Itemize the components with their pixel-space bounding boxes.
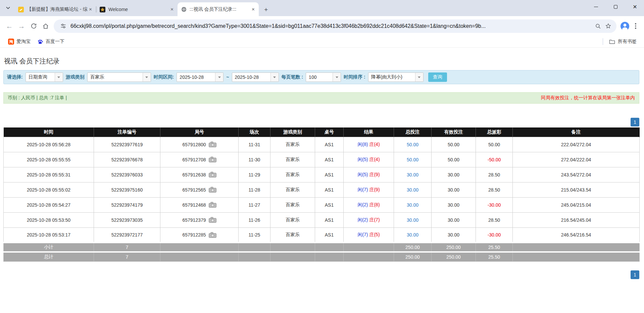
- range-separator: ~: [226, 74, 229, 80]
- browser-tab-bet-records[interactable]: :::视讯 会员下注纪录::: ✕: [178, 2, 259, 16]
- browser-tab-welcome[interactable]: Welcome ✕: [96, 3, 178, 16]
- table-header-row: 时间注单编号局号场次游戏类别桌号结果总投注有效投注总派彩备注: [4, 127, 640, 137]
- bet-records-table: 时间注单编号局号场次游戏类别桌号结果总投注有效投注总派彩备注 2025-10-2…: [3, 127, 640, 262]
- back-icon[interactable]: ←: [3, 20, 15, 32]
- cell-round: 657912565: [160, 182, 239, 197]
- page-title: 视讯 会员下注纪录: [0, 48, 644, 66]
- total-bet-link[interactable]: 50.00: [407, 142, 418, 147]
- page-number-button[interactable]: 1: [631, 118, 639, 126]
- round-number: 657912708: [182, 157, 206, 162]
- date-to-select[interactable]: 2025-10-28: [232, 72, 279, 82]
- camera-icon[interactable]: [209, 202, 216, 208]
- browser-tab-forum[interactable]: 【新提醒】海燕策略论坛 - 综合 ✕: [15, 3, 96, 16]
- address-bar[interactable]: 66cxkj98.com/ipl/portal.php/game/betreco…: [54, 19, 616, 33]
- cell-time: 2025-10-28 05:53:50: [4, 212, 94, 227]
- cell-bet-id: 522923976033: [94, 167, 160, 182]
- camera-icon[interactable]: [209, 172, 216, 177]
- cell-payout: 28.50: [476, 167, 513, 182]
- total-bet-link[interactable]: 30.00: [407, 172, 418, 177]
- query-type-select[interactable]: 日期查询: [26, 72, 63, 82]
- cell-total-bet[interactable]: 30.00: [394, 227, 432, 243]
- column-header: 总投注: [394, 127, 432, 137]
- baidu-paw-icon: [37, 39, 43, 45]
- close-icon[interactable]: ✕: [169, 7, 175, 12]
- camera-icon[interactable]: [209, 142, 216, 147]
- footer-count: 7: [94, 252, 160, 261]
- date-range-label: 时间区间:: [154, 74, 174, 80]
- minimize-icon[interactable]: [591, 2, 601, 11]
- home-icon[interactable]: [40, 20, 52, 32]
- cell-round: 657912285: [160, 227, 239, 243]
- close-window-icon[interactable]: ✕: [630, 2, 640, 11]
- total-bet-link[interactable]: 30.00: [407, 232, 418, 238]
- footer-valid-bet: 250.00: [432, 252, 476, 261]
- total-bet-link[interactable]: 30.00: [407, 187, 418, 193]
- chevron-down-icon[interactable]: [143, 73, 151, 82]
- game-category-select[interactable]: 百家乐: [87, 72, 151, 82]
- result-banker: 庄(4): [369, 157, 380, 162]
- total-bet-link[interactable]: 30.00: [407, 202, 418, 208]
- page-number-button[interactable]: 1: [631, 270, 639, 279]
- camera-icon[interactable]: [209, 157, 216, 162]
- camera-icon[interactable]: [209, 232, 216, 238]
- browser-menu-icon[interactable]: [631, 20, 641, 32]
- sort-select[interactable]: 降幂(由大到小): [368, 72, 424, 82]
- cell-total-bet[interactable]: 50.00: [394, 137, 432, 152]
- bookmark-baidu[interactable]: 百度一下: [34, 37, 68, 46]
- chevron-down-icon[interactable]: [55, 73, 63, 82]
- profile-avatar[interactable]: [619, 20, 631, 32]
- browser-toolbar: ← → 66cxkj98.com/ipl/portal.php/game/bet…: [0, 16, 644, 36]
- cell-remark: 215.04/243.54: [513, 182, 640, 197]
- tab-search-button[interactable]: [3, 3, 13, 13]
- site-info-icon[interactable]: [58, 21, 68, 31]
- cell-total-bet[interactable]: 30.00: [394, 212, 432, 227]
- cell-table-no: AS1: [315, 137, 344, 152]
- cell-session: 11-31: [239, 137, 270, 152]
- chevron-down-icon[interactable]: [215, 73, 223, 82]
- cell-time: 2025-10-28 05:55:55: [4, 152, 94, 167]
- cell-total-bet[interactable]: 50.00: [394, 152, 432, 167]
- reload-icon[interactable]: [28, 20, 40, 32]
- chevron-down-icon[interactable]: [270, 73, 279, 82]
- close-icon[interactable]: ✕: [250, 6, 256, 12]
- date-from-select[interactable]: 2025-10-28: [177, 72, 224, 82]
- new-tab-button[interactable]: ＋: [261, 5, 270, 14]
- page-size-select[interactable]: 100: [306, 72, 341, 82]
- cell-valid-bet: 30.00: [432, 167, 476, 182]
- cell-result: 闲(2) 庄(8): [344, 197, 394, 212]
- summary-bar: 币别 : 人民币 | 总共 :7 注单 | 同局有效投注，统一计算在该局第一张注…: [3, 92, 639, 104]
- all-bookmarks-button[interactable]: 所有书签: [606, 37, 639, 46]
- cell-session: 11-25: [239, 227, 270, 243]
- cell-total-bet[interactable]: 30.00: [394, 197, 432, 212]
- bookmark-aitaobao[interactable]: 淘 爱淘宝: [5, 37, 34, 46]
- cell-total-bet[interactable]: 30.00: [394, 182, 432, 197]
- chevron-down-icon[interactable]: [415, 73, 423, 82]
- cell-result: 闲(5) 庄(9): [344, 167, 394, 182]
- bookmark-star-icon[interactable]: [603, 21, 613, 31]
- camera-icon[interactable]: [209, 187, 216, 193]
- total-bet-link[interactable]: 50.00: [407, 157, 418, 162]
- cell-payout: -30.00: [476, 197, 513, 212]
- cell-bet-id: 522923973035: [94, 212, 160, 227]
- camera-icon[interactable]: [209, 217, 216, 223]
- cell-session: 11-26: [239, 212, 270, 227]
- sort-value: 降幂(由大到小): [368, 73, 415, 82]
- table-body: 2025-10-28 05:56:28522923977619657912800…: [4, 137, 640, 261]
- cell-payout: 28.50: [476, 182, 513, 197]
- cell-table-no: AS1: [315, 212, 344, 227]
- footer-empty: [160, 243, 239, 252]
- maximize-icon[interactable]: [610, 2, 621, 11]
- result-player: 闲(2): [357, 217, 368, 222]
- window-controls: ✕: [591, 2, 640, 11]
- cell-total-bet[interactable]: 30.00: [394, 167, 432, 182]
- forward-icon[interactable]: →: [15, 20, 28, 32]
- total-bet-link[interactable]: 30.00: [407, 217, 418, 223]
- url-text[interactable]: 66cxkj98.com/ipl/portal.php/game/betreco…: [70, 23, 593, 29]
- footer-empty: [513, 243, 640, 252]
- page-size-value: 100: [306, 73, 333, 82]
- footer-total-bet: 250.00: [394, 243, 432, 252]
- close-icon[interactable]: ✕: [88, 7, 93, 12]
- zoom-icon[interactable]: [593, 21, 603, 31]
- search-button[interactable]: 查询: [428, 72, 447, 82]
- chevron-down-icon[interactable]: [333, 73, 341, 82]
